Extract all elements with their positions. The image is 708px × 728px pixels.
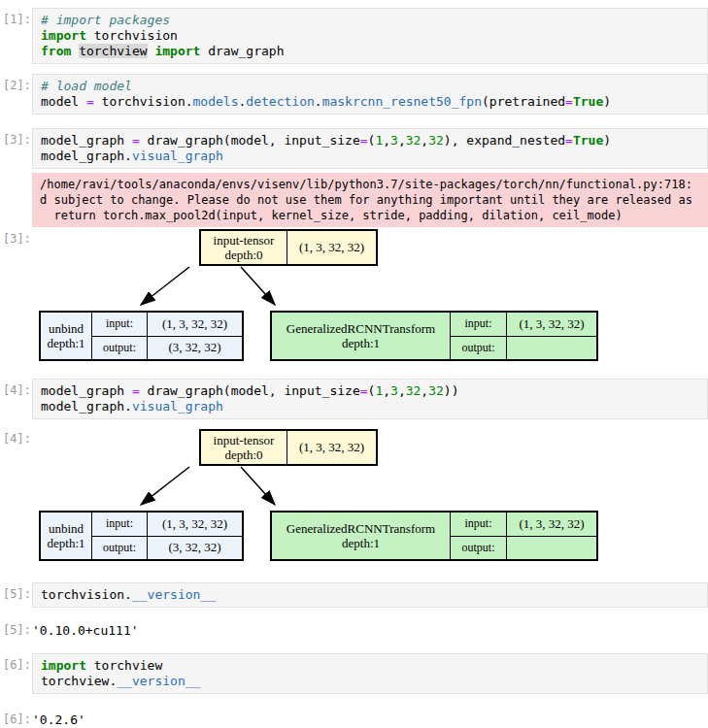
output-prompt-5: [5]: xyxy=(0,618,32,639)
input-tensor-shape: (1, 3, 32, 32) xyxy=(287,231,376,264)
code-editor-2[interactable]: # load model model = torchvision.models.… xyxy=(32,74,708,115)
code-line: import torchvision xyxy=(41,28,699,44)
transform-input-row: input: (1, 3, 32, 32) xyxy=(451,513,596,537)
input-label: input: xyxy=(92,313,148,336)
input-prompt-2: [2]: xyxy=(0,74,32,115)
unbind-output-row: output: (3, 32, 32) xyxy=(92,337,242,360)
unbind-input-value: (1, 3, 32, 32) xyxy=(148,513,242,536)
empty-prompt xyxy=(0,173,32,227)
notebook: [1]: # import packages import torchvisio… xyxy=(0,8,708,728)
code-editor-4[interactable]: model_graph = draw_graph(model, input_si… xyxy=(32,379,708,419)
transform-output-value xyxy=(507,537,596,560)
code-line: model = torchvision.models.detection.mas… xyxy=(41,94,699,110)
graph-output-row-3: [3]: input-tensor depth:0 (1, 3, 32, 32) xyxy=(0,227,708,363)
unbind-depth: depth:1 xyxy=(48,336,85,350)
input-prompt-3: [3]: xyxy=(0,128,32,169)
transform-title: GeneralizedRCNNTransform depth:1 xyxy=(272,313,451,359)
code-line: torchview.__version__ xyxy=(41,674,699,689)
graph-node-unbind: unbind depth:1 input: (1, 3, 32, 32) out… xyxy=(39,311,244,361)
unbind-name: unbind xyxy=(49,321,84,336)
output-label: output: xyxy=(92,337,148,360)
input-prompt-1: [1]: xyxy=(0,8,32,64)
transform-name: GeneralizedRCNNTransform xyxy=(287,321,435,336)
code-cell-2: [2]: # load model model = torchvision.mo… xyxy=(0,74,708,115)
transform-output-row: output: xyxy=(451,537,596,560)
input-tensor-title: input-tensor depth:0 xyxy=(201,431,287,464)
unbind-input-row: input: (1, 3, 32, 32) xyxy=(92,513,242,537)
transform-input-value: (1, 3, 32, 32) xyxy=(507,313,596,336)
transform-title: GeneralizedRCNNTransform depth:1 xyxy=(272,513,451,559)
code-line: model_graph.visual_graph xyxy=(41,149,699,164)
stderr-output: /home/ravi/tools/anaconda/envs/visenv/li… xyxy=(32,173,708,227)
code-editor-6[interactable]: import torchview torchview.__version__ xyxy=(32,653,708,694)
code-line: from torchview import draw_graph xyxy=(41,44,699,59)
code-cell-6: [6]: import torchview torchview.__versio… xyxy=(0,653,708,694)
output-label: output: xyxy=(92,537,148,560)
code-line: model_graph = draw_graph(model, input_si… xyxy=(41,383,699,399)
input-tensor-shape: (1, 3, 32, 32) xyxy=(287,431,376,464)
graph-node-unbind: unbind depth:1 input: (1, 3, 32, 32) out… xyxy=(39,511,244,561)
graph-output-row-4: [4]: input-tensor depth:0 (1, 3, 32, 32) xyxy=(0,427,708,563)
transform-depth: depth:1 xyxy=(342,536,380,550)
unbind-name: unbind xyxy=(49,521,84,536)
transform-depth: depth:1 xyxy=(342,336,380,350)
code-editor-3[interactable]: model_graph = draw_graph(model, input_si… xyxy=(32,128,708,169)
input-tensor-title: input-tensor depth:0 xyxy=(201,231,287,264)
transform-input-value: (1, 3, 32, 32) xyxy=(507,513,596,536)
transform-name: GeneralizedRCNNTransform xyxy=(287,521,435,536)
input-prompt-4: [4]: xyxy=(0,379,32,419)
code-line: # import packages xyxy=(41,13,699,28)
input-tensor-name: input-tensor xyxy=(214,233,275,248)
output-prompt-4: [4]: xyxy=(0,427,32,563)
output-label: output: xyxy=(451,337,507,360)
unbind-output-row: output: (3, 32, 32) xyxy=(92,537,242,560)
unbind-input-row: input: (1, 3, 32, 32) xyxy=(92,313,242,337)
stderr-line: d subject to change. Please do not use t… xyxy=(40,192,700,208)
code-line: torchvision.__version__ xyxy=(41,587,699,603)
input-prompt-6: [6]: xyxy=(0,653,32,694)
input-tensor-name: input-tensor xyxy=(214,433,275,447)
input-tensor-depth: depth:0 xyxy=(225,447,263,462)
output-text-5: '0.10.0+cu111' xyxy=(32,618,708,639)
input-label: input: xyxy=(451,513,507,536)
stderr-line: /home/ravi/tools/anaconda/envs/visenv/li… xyxy=(40,177,700,192)
unbind-output-value: (3, 32, 32) xyxy=(148,337,242,360)
code-cell-3: [3]: model_graph = draw_graph(model, inp… xyxy=(0,128,708,169)
code-line: import torchview xyxy=(41,658,699,674)
graph-node-input-tensor: input-tensor depth:0 (1, 3, 32, 32) xyxy=(199,229,378,266)
model-graph-3: input-tensor depth:0 (1, 3, 32, 32) unbi… xyxy=(32,227,708,363)
text-output-row-5: [5]: '0.10.0+cu111' xyxy=(0,618,708,639)
stderr-line: return torch.max_pool2d(input, kernel_si… xyxy=(40,208,700,223)
transform-output-value xyxy=(507,337,596,360)
unbind-title: unbind depth:1 xyxy=(41,513,92,559)
code-line: model_graph.visual_graph xyxy=(41,399,699,414)
output-prompt-3: [3]: xyxy=(0,227,32,363)
code-editor-1[interactable]: # import packages import torchvision fro… xyxy=(32,8,708,64)
transform-output-row: output: xyxy=(451,337,596,360)
output-text-6: '0.2.6' xyxy=(32,708,708,728)
input-tensor-depth: depth:0 xyxy=(225,248,263,262)
graph-node-transform: GeneralizedRCNNTransform depth:1 input: … xyxy=(270,511,598,561)
graph-node-input-tensor: input-tensor depth:0 (1, 3, 32, 32) xyxy=(199,429,378,466)
unbind-input-value: (1, 3, 32, 32) xyxy=(148,313,242,336)
code-cell-1: [1]: # import packages import torchvisio… xyxy=(0,8,708,64)
stderr-row: /home/ravi/tools/anaconda/envs/visenv/li… xyxy=(0,173,708,227)
graph-node-transform: GeneralizedRCNNTransform depth:1 input: … xyxy=(270,311,598,361)
code-editor-5[interactable]: torchvision.__version__ xyxy=(32,582,708,608)
code-line: model_graph = draw_graph(model, input_si… xyxy=(41,133,699,149)
code-cell-4: [4]: model_graph = draw_graph(model, inp… xyxy=(0,379,708,419)
input-label: input: xyxy=(451,313,507,336)
text-output-row-6: [6]: '0.2.6' xyxy=(0,708,708,728)
unbind-depth: depth:1 xyxy=(48,536,85,550)
model-graph-4: input-tensor depth:0 (1, 3, 32, 32) unbi… xyxy=(32,427,708,563)
output-prompt-6: [6]: xyxy=(0,708,32,728)
code-cell-5: [5]: torchvision.__version__ xyxy=(0,582,708,608)
transform-input-row: input: (1, 3, 32, 32) xyxy=(451,313,596,337)
unbind-title: unbind depth:1 xyxy=(41,313,92,359)
input-prompt-5: [5]: xyxy=(0,582,32,608)
code-line: # load model xyxy=(41,79,699,94)
unbind-output-value: (3, 32, 32) xyxy=(148,537,242,560)
output-label: output: xyxy=(451,537,507,560)
input-label: input: xyxy=(92,513,148,536)
